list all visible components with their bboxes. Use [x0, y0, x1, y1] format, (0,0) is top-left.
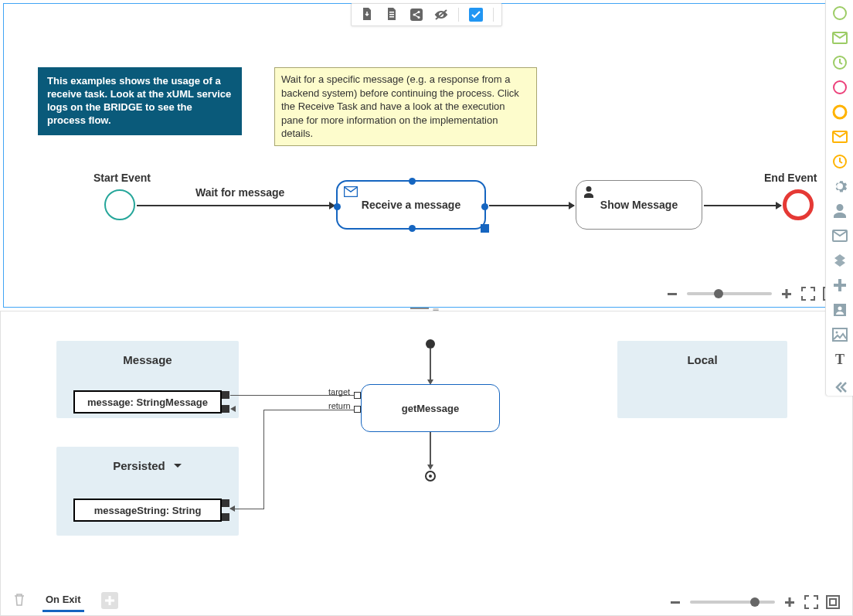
selection-handle[interactable]	[409, 178, 416, 185]
timer-event-icon[interactable]	[831, 54, 848, 71]
resize-handle[interactable]	[481, 224, 489, 233]
svg-rect-30	[789, 597, 791, 607]
input-pin[interactable]	[222, 405, 229, 413]
selection-handle[interactable]	[409, 225, 416, 232]
svg-point-18	[838, 307, 841, 311]
info-note-yellow: Wait for a specific message (e.g. a resp…	[274, 67, 537, 146]
persisted-panel[interactable]: Persisted	[56, 447, 239, 536]
persisted-variable[interactable]: messageString: String	[73, 499, 222, 522]
shapes-palette: T	[825, 0, 853, 396]
action-label: getMessage	[402, 403, 459, 414]
svg-rect-31	[827, 596, 839, 608]
end-event-node[interactable]	[783, 189, 814, 220]
delete-tab-button[interactable]	[13, 593, 25, 609]
gear-icon[interactable]	[831, 178, 848, 195]
timer-intermediate-icon[interactable]	[831, 153, 848, 170]
message-throw-icon[interactable]	[831, 128, 848, 145]
task-label: Show Message	[600, 199, 678, 211]
conditional-event-icon[interactable]	[831, 104, 848, 121]
zoom-slider[interactable]	[690, 601, 775, 604]
start-event-label: Start Event	[93, 172, 151, 184]
info-note-blue: This examples shows the usage of a recei…	[38, 67, 242, 135]
svg-rect-23	[668, 293, 677, 295]
control-flow[interactable]	[430, 349, 431, 381]
sequence-flow[interactable]	[137, 205, 335, 206]
edge-label-wait: Wait for message	[195, 186, 284, 199]
zoom-controls	[668, 595, 840, 609]
initial-node[interactable]	[426, 339, 435, 349]
svg-rect-25	[786, 289, 788, 298]
page-icon[interactable]	[384, 7, 399, 22]
panel-title: Message	[56, 341, 239, 366]
tab-on-exit[interactable]: On Exit	[42, 589, 84, 612]
svg-rect-2	[389, 16, 394, 18]
variable-label: message: StringMessage	[87, 396, 208, 408]
action-return-pin[interactable]	[354, 406, 361, 413]
message-event-icon[interactable]	[831, 29, 848, 46]
input-pin[interactable]	[222, 513, 229, 521]
signal-event-icon[interactable]	[831, 79, 848, 96]
receive-task-node[interactable]: Receive a message	[336, 180, 486, 230]
start-event-icon[interactable]	[831, 5, 848, 22]
fit-screen-button[interactable]	[804, 595, 818, 609]
action-target-pin[interactable]	[354, 392, 361, 399]
bpmn-diagram-pane[interactable]: This examples shows the usage of a recei…	[3, 3, 850, 308]
object-flow[interactable]	[263, 410, 264, 509]
svg-rect-28	[671, 601, 680, 604]
activity-final-node[interactable]	[425, 471, 436, 482]
end-event-label: End Event	[764, 172, 817, 184]
zoom-out-button[interactable]	[668, 595, 682, 609]
plus-icon[interactable]	[831, 277, 848, 294]
control-flow[interactable]	[430, 432, 431, 466]
svg-rect-32	[830, 599, 836, 605]
svg-rect-0	[389, 12, 394, 13]
svg-rect-1	[389, 14, 394, 15]
zoom-slider[interactable]	[687, 292, 772, 295]
fit-window-button[interactable]	[826, 595, 840, 609]
fit-screen-button[interactable]	[801, 287, 815, 301]
add-tab-button[interactable]	[101, 592, 118, 609]
envelope-icon[interactable]	[831, 227, 848, 244]
image-icon[interactable]	[831, 326, 848, 343]
visibility-off-icon[interactable]	[433, 7, 449, 22]
arrow-head	[229, 505, 235, 512]
zoom-thumb[interactable]	[714, 289, 723, 298]
object-flow[interactable]	[230, 509, 264, 509]
execution-pane[interactable]: Message message: StringMessage Persisted…	[0, 311, 853, 616]
svg-rect-3	[410, 9, 423, 21]
validate-check-icon[interactable]	[468, 7, 484, 22]
zoom-thumb[interactable]	[750, 597, 760, 607]
text-icon[interactable]: T	[831, 351, 848, 368]
output-pin[interactable]	[222, 499, 229, 507]
share-icon[interactable]	[409, 7, 424, 22]
output-pin[interactable]	[222, 391, 229, 399]
getmessage-action[interactable]: getMessage	[361, 384, 500, 432]
panel-title: Persisted	[56, 447, 239, 472]
zoom-in-button[interactable]	[780, 287, 794, 301]
zoom-in-button[interactable]	[783, 595, 797, 609]
portrait-icon[interactable]	[831, 301, 848, 318]
eraser-icon[interactable]	[831, 252, 848, 269]
panel-title: Local	[617, 341, 787, 366]
user-task-node[interactable]: Show Message	[576, 180, 702, 230]
message-variable[interactable]: message: StringMessage	[73, 390, 222, 414]
selection-handle[interactable]	[481, 203, 488, 210]
collapse-icon[interactable]	[831, 379, 848, 396]
sequence-flow[interactable]	[704, 205, 781, 206]
editor-top-toolbar	[351, 3, 502, 26]
arrow-head	[230, 406, 236, 412]
object-flow[interactable]	[263, 410, 354, 410]
toolbar-divider	[458, 8, 459, 22]
panel-title-text: Persisted	[113, 459, 165, 472]
download-icon[interactable]	[359, 7, 375, 22]
selection-handle[interactable]	[334, 203, 341, 210]
arrow-head	[427, 465, 433, 470]
user-icon[interactable]	[831, 202, 848, 220]
sequence-flow[interactable]	[489, 205, 574, 206]
object-flow[interactable]	[230, 395, 354, 396]
start-event-node[interactable]	[104, 189, 135, 220]
chevron-down-icon[interactable]	[173, 459, 182, 472]
svg-rect-34	[108, 596, 110, 605]
local-panel[interactable]: Local	[617, 341, 787, 418]
zoom-out-button[interactable]	[665, 287, 679, 301]
